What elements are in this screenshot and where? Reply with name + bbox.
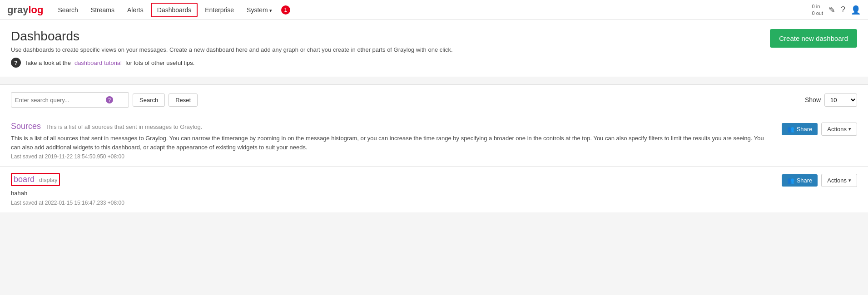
dashboard-item-sources: Sources This is a list of all sources th…: [0, 115, 868, 167]
nav-item-search[interactable]: Search: [52, 4, 83, 16]
search-section: ? Search Reset Show 10 25 50 100: [0, 84, 868, 115]
nav-io: 0 in 0 out: [812, 3, 823, 16]
dashboard-desc-board: hahah: [11, 189, 774, 198]
dashboard-item-board-left: board display hahah Last saved at 2022-0…: [11, 173, 774, 206]
search-button[interactable]: Search: [133, 93, 165, 107]
tutorial-question-icon: ?: [11, 58, 21, 68]
show-select[interactable]: 10 25 50 100: [824, 93, 857, 107]
nav-right: 0 in 0 out ✎ ? 👤: [812, 3, 861, 16]
dashboard-item-sources-right: 👥 Share Actions: [782, 122, 857, 136]
tutorial-hint: ? Take a look at the dashboard tutorial …: [11, 58, 453, 68]
logo-gray: gray: [7, 4, 28, 16]
create-dashboard-button[interactable]: Create new dashboard: [770, 29, 857, 48]
share-icon-board: 👥: [787, 177, 794, 184]
dashboard-subtitle-board: display: [39, 177, 57, 183]
nav-item-alerts[interactable]: Alerts: [122, 4, 149, 16]
nav-item-dashboards[interactable]: Dashboards: [151, 3, 198, 17]
dashboard-highlight-box: board display: [11, 173, 60, 186]
help-icon[interactable]: ?: [841, 5, 845, 15]
search-input-wrap: ?: [11, 92, 129, 108]
page-header: Dashboards Use dashboards to create spec…: [0, 20, 868, 77]
dashboard-item-board: board display hahah Last saved at 2022-0…: [0, 167, 868, 212]
search-help-icon[interactable]: ?: [106, 96, 113, 103]
nav-item-enterprise[interactable]: Enterprise: [199, 4, 239, 16]
navbar: graylog Search Streams Alerts Dashboards…: [0, 0, 868, 20]
share-button-board[interactable]: 👥 Share: [782, 174, 818, 187]
reset-button[interactable]: Reset: [169, 93, 198, 107]
nav-item-streams[interactable]: Streams: [85, 4, 120, 16]
share-label-board: Share: [797, 177, 813, 184]
nav-item-system[interactable]: System: [241, 4, 278, 16]
logo-log: log: [28, 4, 43, 16]
nav-notification-badge: 1: [281, 5, 290, 15]
dashboard-title-board[interactable]: board: [14, 175, 35, 184]
actions-button-sources[interactable]: Actions: [821, 123, 857, 136]
page-title: Dashboards: [11, 29, 453, 44]
dashboard-title-sources[interactable]: Sources: [11, 122, 41, 131]
user-icon[interactable]: 👤: [851, 5, 861, 15]
share-button-sources[interactable]: 👥 Share: [782, 123, 818, 135]
actions-button-board[interactable]: Actions: [821, 174, 857, 187]
dashboard-desc-sources: This is a list of all sources that sent …: [11, 134, 774, 152]
dashboard-list: Sources This is a list of all sources th…: [0, 115, 868, 212]
show-label: Show: [805, 96, 821, 103]
page-header-left: Dashboards Use dashboards to create spec…: [11, 29, 453, 68]
dashboard-saved-sources: Last saved at 2019-11-22 18:54:50.950 +0…: [11, 153, 774, 160]
share-icon-sources: 👥: [787, 126, 794, 133]
page-description: Use dashboards to create specific views …: [11, 46, 453, 53]
dashboard-subtitle-sources: This is a list of all sources that sent …: [45, 123, 202, 130]
nav-io-out: 0 out: [812, 10, 823, 16]
brand-logo: graylog: [7, 4, 43, 16]
tutorial-link[interactable]: dashboard tutorial: [74, 59, 122, 66]
tutorial-suffix: for lots of other useful tips.: [125, 59, 194, 66]
nav-links: Search Streams Alerts Dashboards Enterpr…: [52, 3, 812, 17]
edit-icon[interactable]: ✎: [828, 5, 835, 15]
tutorial-prefix: Take a look at the: [25, 59, 71, 66]
dashboard-saved-board: Last saved at 2022-01-15 15:16:47.233 +0…: [11, 200, 774, 206]
search-input[interactable]: [15, 97, 106, 103]
nav-io-in: 0 in: [812, 3, 823, 10]
dashboard-title-wrap-sources: Sources This is a list of all sources th…: [11, 122, 774, 131]
dashboard-item-board-right: 👥 Share Actions: [782, 173, 857, 187]
share-label-sources: Share: [797, 126, 813, 133]
dashboard-item-sources-left: Sources This is a list of all sources th…: [11, 122, 774, 160]
